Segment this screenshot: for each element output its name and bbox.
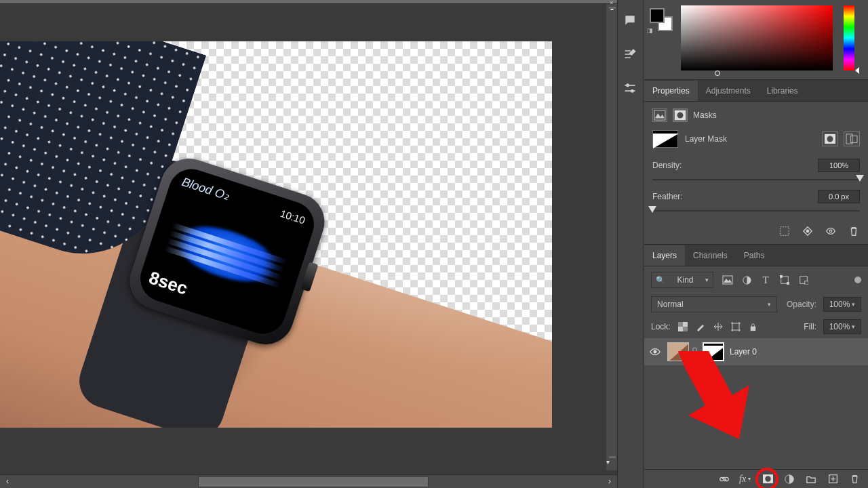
svg-rect-15 [780, 275, 783, 278]
filter-smartobject-icon[interactable] [797, 274, 810, 286]
scroll-down-icon[interactable]: ▾ [606, 458, 610, 470]
svg-rect-12 [723, 276, 732, 284]
feather-slider: Feather: 0.0 px [652, 190, 860, 216]
add-mask-button[interactable] [761, 472, 774, 486]
filter-adjustment-icon[interactable] [741, 274, 753, 286]
group-icon[interactable] [804, 472, 818, 486]
scroll-up-icon[interactable]: ▴ [606, 4, 617, 16]
search-icon: 🔍 [656, 276, 665, 285]
new-layer-icon[interactable] [826, 472, 840, 486]
app-root: × Blood O₂ 10:10 [0, 0, 868, 488]
link-layers-icon[interactable] [717, 472, 731, 486]
filter-toggle-icon[interactable] [854, 277, 861, 283]
horizontal-scrollbar[interactable]: ‹ › [0, 474, 617, 488]
hue-strip[interactable] [844, 5, 854, 70]
watch-time: 10:10 [279, 207, 307, 226]
svg-point-1 [631, 90, 633, 92]
layers-tabbar: Layers Channels Paths [644, 245, 868, 266]
lock-position-icon[interactable] [713, 321, 724, 332]
pixel-mask-mode-icon[interactable] [652, 108, 667, 122]
svg-rect-9 [781, 227, 789, 235]
disable-mask-icon[interactable] [825, 225, 837, 237]
layer-mask-label: Layer Mask [685, 134, 727, 144]
adjustment-layer-icon[interactable] [783, 472, 796, 486]
fill-label: Fill: [804, 322, 816, 331]
color-field-cursor[interactable] [715, 70, 720, 76]
fill-value[interactable]: 100%▾ [823, 319, 861, 334]
select-mask-icon[interactable] [778, 225, 791, 237]
brush-settings-icon[interactable] [623, 47, 638, 62]
feather-value[interactable]: 0.0 px [818, 190, 860, 203]
tab-layers[interactable]: Layers [644, 245, 685, 266]
watch-countdown: 8sec [146, 267, 191, 299]
color-field[interactable] [681, 5, 833, 70]
scroll-thumb[interactable] [198, 476, 429, 487]
sliders-icon[interactable] [623, 81, 638, 96]
color-panel: ◨ [644, 0, 868, 80]
layer-thumbnail[interactable] [667, 342, 689, 361]
layer-row[interactable]: Layer 0 [644, 338, 868, 365]
document-canvas[interactable]: Blood O₂ 10:10 8sec [0, 41, 552, 428]
foreground-color-swatch[interactable] [650, 8, 665, 23]
tab-paths[interactable]: Paths [736, 245, 773, 266]
density-track[interactable] [652, 175, 860, 184]
lock-label: Lock: [651, 322, 671, 331]
tab-adjustments[interactable]: Adjustments [698, 81, 759, 101]
add-pixel-mask-icon[interactable] [822, 131, 838, 146]
lock-transparency-icon[interactable] [677, 321, 688, 332]
scroll-right-icon[interactable]: › [602, 475, 617, 488]
comment-icon[interactable] [623, 14, 638, 28]
svg-rect-20 [678, 322, 683, 327]
visibility-eye-icon[interactable] [650, 347, 662, 357]
tab-libraries[interactable]: Libraries [759, 81, 806, 101]
vector-mask-mode-icon[interactable] [673, 108, 688, 122]
vertical-scrollbar[interactable]: ▴ ▾ [606, 4, 617, 470]
layer-name[interactable]: Layer 0 [730, 347, 757, 357]
svg-rect-26 [693, 352, 696, 356]
filter-type-icon[interactable]: T [760, 274, 772, 286]
filter-shape-icon[interactable] [778, 274, 791, 286]
default-colors-icon[interactable]: ◨ [647, 27, 656, 37]
document-viewport[interactable]: Blood O₂ 10:10 8sec ▴ [0, 4, 617, 470]
delete-layer-icon[interactable] [848, 472, 861, 486]
add-vector-mask-icon[interactable] [844, 131, 860, 146]
blend-mode-value: Normal [657, 300, 684, 309]
apply-mask-icon[interactable] [802, 225, 814, 237]
filter-pixel-icon[interactable] [722, 274, 734, 286]
filter-kind-select[interactable]: 🔍 Kind ▾ [651, 272, 713, 288]
density-knob[interactable] [856, 175, 864, 182]
lock-artboard-icon[interactable] [730, 321, 741, 332]
density-label: Density: [652, 161, 682, 170]
mask-link-icon[interactable] [692, 347, 700, 357]
layers-panel: Layers Channels Paths 🔍 Kind ▾ T [644, 245, 868, 488]
svg-rect-22 [732, 323, 739, 330]
canvas-area: × Blood O₂ 10:10 [0, 0, 617, 488]
svg-point-0 [627, 84, 629, 86]
feather-track[interactable] [652, 206, 860, 216]
scroll-left-icon[interactable]: ‹ [0, 475, 15, 488]
lock-all-icon[interactable] [748, 321, 759, 332]
blend-opacity-row: Normal ▾ Opacity: 100%▾ [644, 293, 868, 315]
tab-channels[interactable]: Channels [685, 245, 736, 266]
collapsed-panel-rail [617, 0, 644, 488]
layer-effects-icon[interactable]: fx▾ [739, 472, 753, 486]
filter-type-icons: T [722, 274, 810, 286]
svg-rect-18 [805, 281, 808, 285]
tab-properties[interactable]: Properties [644, 81, 698, 101]
svg-rect-8 [850, 136, 857, 143]
delete-mask-icon[interactable] [848, 225, 860, 237]
lock-pixels-icon[interactable] [695, 321, 706, 332]
layer-mask-thumbnail[interactable] [703, 342, 724, 361]
layer-list[interactable]: Layer 0 [644, 338, 868, 469]
opacity-value[interactable]: 100%▾ [823, 297, 861, 312]
layer-mask-thumbnail[interactable] [652, 130, 678, 148]
layer-filter-row: 🔍 Kind ▾ T [644, 266, 868, 293]
chevron-down-icon: ▾ [705, 277, 709, 283]
blend-mode-select[interactable]: Normal ▾ [651, 296, 777, 312]
feather-knob[interactable] [648, 206, 656, 213]
hue-cursor-icon[interactable] [855, 67, 859, 74]
density-value[interactable]: 100% [818, 159, 860, 172]
mask-footer-icons [652, 225, 860, 237]
svg-point-4 [677, 113, 684, 119]
svg-rect-25 [693, 348, 696, 351]
